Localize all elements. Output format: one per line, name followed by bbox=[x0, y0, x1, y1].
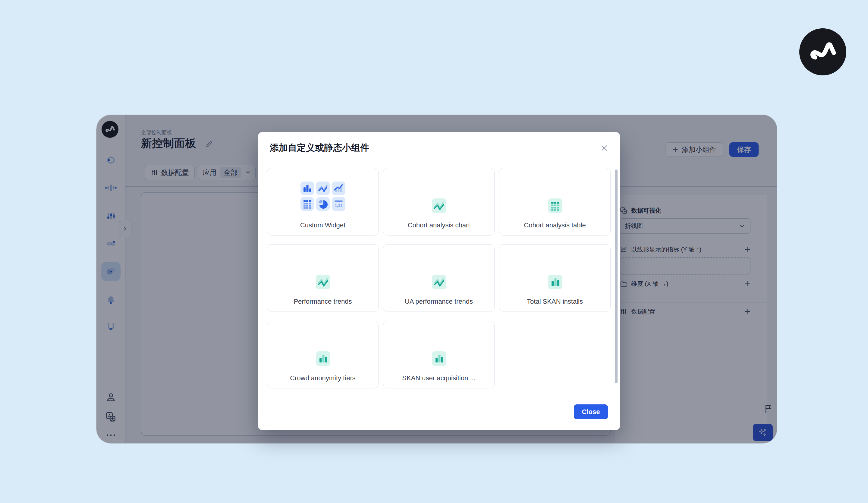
widget-card-label: Cohort analysis chart bbox=[383, 221, 494, 229]
widget-card-label: Crowd anonymity tiers bbox=[267, 374, 378, 382]
bar-chart-icon bbox=[316, 351, 330, 366]
widget-card-label: Performance trends bbox=[267, 298, 378, 306]
widget-card-cohort-chart[interactable]: Cohort analysis chart bbox=[383, 168, 495, 236]
widget-card-label: Total SKAN installs bbox=[499, 298, 610, 306]
modal-close-x-button[interactable] bbox=[599, 143, 609, 153]
bar-chart-icon bbox=[432, 351, 446, 366]
page: A 全部控制面板 新控制面板 bbox=[0, 0, 868, 503]
modal-title: 添加自定义或静态小组件 bbox=[270, 142, 369, 154]
bar-chart-icon bbox=[300, 182, 314, 195]
widget-card-label: Custom Widget bbox=[267, 221, 378, 229]
bar-chart-icon bbox=[548, 275, 562, 289]
line-chart-icon bbox=[316, 275, 330, 289]
table-icon bbox=[300, 197, 314, 211]
appsflyer-logo bbox=[799, 28, 846, 75]
sample-number-value: 1,31 bbox=[335, 203, 342, 208]
table-icon bbox=[548, 198, 562, 213]
combo-chart-icon bbox=[332, 182, 345, 195]
widget-card-crowd-anonymity-tiers[interactable]: Crowd anonymity tiers bbox=[267, 321, 379, 388]
modal-header-divider bbox=[258, 163, 620, 163]
single-number-icon: 1,31 bbox=[332, 197, 345, 211]
widget-card-ua-performance-trends[interactable]: UA performance trends bbox=[383, 244, 495, 312]
pie-chart-icon bbox=[316, 197, 330, 211]
widget-card-performance-trends[interactable]: Performance trends bbox=[267, 244, 379, 312]
add-widget-modal: 添加自定义或静态小组件 bbox=[258, 132, 620, 430]
widget-card-label: SKAN user acquisition ... bbox=[383, 374, 494, 382]
widget-card-cohort-table[interactable]: Cohort analysis table bbox=[499, 168, 611, 236]
widget-card-total-skan-installs[interactable]: Total SKAN installs bbox=[499, 244, 611, 312]
line-chart-icon bbox=[432, 198, 446, 213]
appsflyer-glyph-icon bbox=[806, 35, 839, 69]
line-chart-icon bbox=[432, 275, 446, 289]
widget-card-skan-user-acquisition[interactable]: SKAN user acquisition ... bbox=[383, 321, 495, 388]
close-icon bbox=[600, 144, 609, 153]
modal-close-button[interactable]: Close bbox=[574, 404, 608, 419]
widget-card-label: UA performance trends bbox=[383, 298, 494, 306]
modal-scrollbar[interactable] bbox=[615, 170, 618, 383]
widget-card-label: Cohort analysis table bbox=[499, 221, 610, 229]
line-chart-icon bbox=[316, 182, 330, 195]
widget-card-custom[interactable]: 1,31 Custom Widget bbox=[267, 168, 379, 236]
